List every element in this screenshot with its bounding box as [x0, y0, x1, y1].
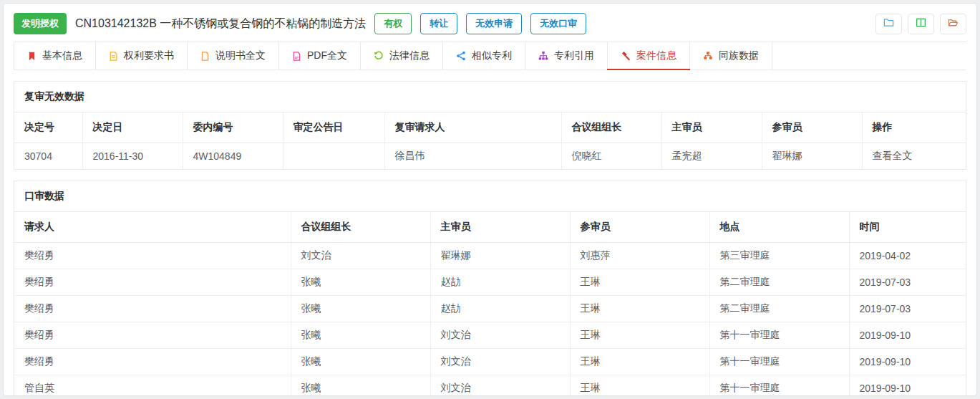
table-cell: 孟宪超: [661, 143, 762, 170]
table-cell: 赵劼: [430, 296, 570, 322]
table-cell: 刘文治: [430, 375, 570, 397]
table-cell: 2019-09-10: [849, 322, 966, 349]
sitemap-icon: [538, 51, 548, 61]
tab-citations[interactable]: 专利引用: [525, 42, 608, 69]
review-invalid-table: 决定号 决定日 委内编号 审定公告日 复审请求人 合议组组长 主审员 参审员 操…: [14, 112, 966, 169]
file-icon: [200, 52, 210, 61]
column-header: 委内编号: [183, 112, 283, 143]
table-cell: 翟琳娜: [762, 143, 862, 170]
column-header: 合议组组长: [291, 212, 430, 243]
table-cell: 刘文治: [291, 243, 430, 269]
status-badge-invalid-request[interactable]: 无效申请: [466, 13, 522, 34]
table-cell: 第十一审理庭: [709, 375, 849, 397]
bookmark-icon: [27, 52, 37, 61]
column-header: 主审员: [430, 212, 570, 243]
tab-similar-patents[interactable]: 相似专利: [443, 42, 525, 69]
status-badge-transfer[interactable]: 转让: [420, 13, 457, 34]
table-cell: 刘文治: [430, 322, 570, 349]
table-cell: 王琳: [570, 269, 709, 296]
tab-claims[interactable]: 权利要求书: [96, 42, 188, 69]
patent-detail-panel: 发明授权 CN103142132B 一种不锈钢或复合钢的不粘锅的制造方法 有权 …: [3, 3, 977, 396]
table-cell: 王琳: [570, 296, 709, 322]
tab-label: 权利要求书: [124, 49, 174, 62]
column-header: 决定日: [82, 112, 183, 143]
header-actions: [875, 14, 966, 34]
folder-icon: [883, 17, 894, 31]
table-cell: 王琳: [570, 322, 709, 349]
column-header: 参审员: [570, 212, 709, 243]
table-row: 樊绍勇 张曦 赵劼 王琳 第二审理庭 2019-07-03: [14, 269, 966, 296]
section-title: 复审无效数据: [14, 82, 966, 112]
table-cell: 第二审理庭: [709, 269, 849, 296]
table-cell: 4W104849: [183, 143, 283, 170]
table-cell: 第十一审理庭: [709, 322, 849, 349]
tab-label: PDF全文: [307, 49, 347, 62]
table-cell: 樊绍勇: [14, 296, 291, 322]
tab-basic-info[interactable]: 基本信息: [14, 42, 96, 69]
table-row: 管自英 张曦 刘文治 王琳 第十一审理庭 2019-09-10: [14, 375, 966, 397]
table-cell: 第十一审理庭: [709, 349, 849, 375]
table-cell: [283, 143, 384, 170]
folder-button[interactable]: [875, 14, 902, 34]
column-header: 参审员: [762, 112, 862, 143]
column-header: 操作: [862, 112, 966, 143]
table-cell: 张曦: [291, 349, 430, 375]
table-row: 30704 2016-11-30 4W104849 徐昌伟 倪晓红 孟宪超 翟琳…: [14, 143, 966, 170]
column-header: 合议组组长: [561, 112, 661, 143]
table-header-row: 决定号 决定日 委内编号 审定公告日 复审请求人 合议组组长 主审员 参审员 操…: [14, 112, 966, 143]
file-pdf-icon: [292, 52, 301, 61]
table-cell: 2016-11-30: [82, 143, 183, 170]
column-header: 复审请求人: [384, 112, 561, 143]
tab-label: 基本信息: [42, 49, 82, 62]
export-button[interactable]: [940, 14, 966, 34]
tab-case-info[interactable]: 案件信息: [608, 42, 690, 69]
tab-label: 案件信息: [636, 49, 676, 62]
tab-description[interactable]: 说明书全文: [188, 42, 279, 69]
column-header: 决定号: [14, 112, 82, 143]
table-cell: 刘惠萍: [570, 243, 709, 269]
oral-hearing-table: 请求人 合议组组长 主审员 参审员 地点 时间 樊绍勇 刘文治 翟琳娜 刘惠萍 …: [14, 212, 966, 396]
table-cell: 2019-07-03: [849, 296, 966, 322]
table-cell: 赵劼: [430, 269, 570, 296]
table-header-row: 请求人 合议组组长 主审员 参审员 地点 时间: [14, 212, 966, 243]
oral-hearing-section: 口审数据 请求人 合议组组长 主审员 参审员 地点 时间 樊绍勇 刘文治 翟琳娜…: [14, 181, 966, 396]
table-cell: 2019-09-10: [849, 375, 966, 397]
table-cell: 2019-04-02: [849, 243, 966, 269]
tab-label: 专利引用: [554, 49, 594, 62]
table-cell: 30704: [14, 143, 82, 170]
table-cell: 倪晓红: [561, 143, 661, 170]
history-icon: [374, 51, 384, 61]
table-row: 樊绍勇 张曦 刘文治 王琳 第十一审理庭 2019-09-10: [14, 322, 966, 349]
table-row: 樊绍勇 张曦 赵劼 王琳 第二审理庭 2019-07-03: [14, 296, 966, 322]
tab-label: 法律信息: [389, 49, 430, 62]
table-cell: 张曦: [291, 269, 430, 296]
table-cell: 樊绍勇: [14, 349, 291, 375]
detail-tabbar: 基本信息 权利要求书 说明书全文 PDF全文 法律信息 相似专利 专利引用 案: [14, 42, 966, 70]
status-badge-valid[interactable]: 有权: [374, 13, 412, 34]
tab-label: 说明书全文: [215, 49, 266, 62]
table-cell: 王琳: [570, 375, 709, 397]
folder-open-icon: [948, 17, 959, 31]
split-view-button[interactable]: [908, 14, 934, 34]
tab-label: 相似专利: [472, 49, 512, 62]
table-cell: 樊绍勇: [14, 269, 291, 296]
column-header: 审定公告日: [283, 112, 384, 143]
table-cell: 樊绍勇: [14, 243, 291, 269]
view-fulltext-link[interactable]: 查看全文: [862, 143, 966, 170]
status-badge-invalid-oral[interactable]: 无效口审: [530, 13, 586, 34]
table-cell: 管自英: [14, 375, 291, 397]
table-row: 樊绍勇 刘文治 翟琳娜 刘惠萍 第三审理庭 2019-04-02: [14, 243, 966, 269]
tab-legal-info[interactable]: 法律信息: [361, 42, 443, 69]
table-row: 樊绍勇 张曦 刘文治 王琳 第十一审理庭 2019-09-10: [14, 349, 966, 375]
review-invalid-section: 复审无效数据 决定号 决定日 委内编号 审定公告日 复审请求人 合议组组长 主审…: [14, 81, 966, 170]
table-cell: 第二审理庭: [709, 296, 849, 322]
table-cell: 2019-09-10: [849, 349, 966, 375]
tab-pdf[interactable]: PDF全文: [279, 42, 361, 69]
table-cell: 樊绍勇: [14, 322, 291, 349]
table-cell: 张曦: [291, 375, 430, 397]
tab-family-data[interactable]: 同族数据: [690, 42, 772, 69]
gavel-icon: [621, 51, 631, 61]
patent-header: 发明授权 CN103142132B 一种不锈钢或复合钢的不粘锅的制造方法 有权 …: [4, 4, 976, 42]
column-header: 主审员: [661, 112, 762, 143]
column-header: 地点: [709, 212, 849, 243]
